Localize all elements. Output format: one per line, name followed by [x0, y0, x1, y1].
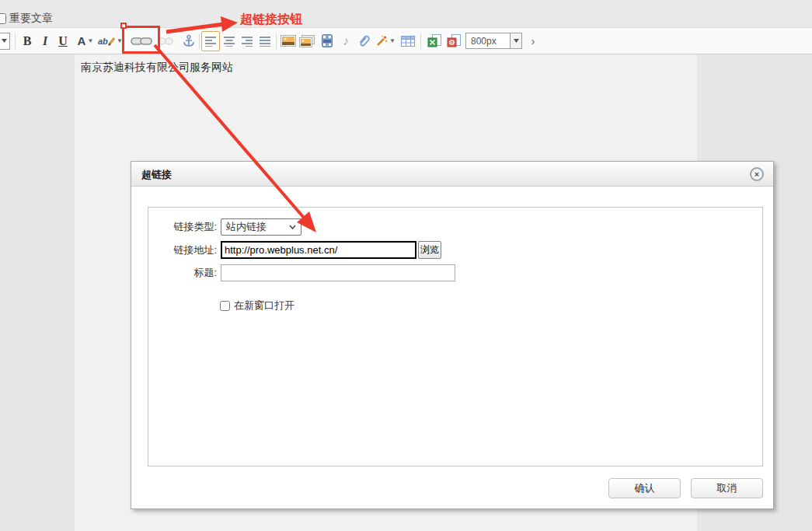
cancel-button[interactable]: 取消 — [691, 478, 763, 498]
align-left-icon — [205, 36, 217, 47]
align-right-button[interactable] — [239, 31, 256, 51]
close-icon: × — [754, 170, 759, 179]
italic-button[interactable]: I — [38, 31, 52, 51]
dialog-footer: 确认 取消 — [608, 478, 763, 498]
link-title-label: 标题: — [148, 266, 221, 280]
word-doc-icon — [447, 34, 462, 47]
unlink-icon — [158, 36, 173, 47]
link-title-input[interactable] — [221, 264, 455, 281]
new-window-checkbox[interactable] — [220, 301, 230, 311]
images-icon — [299, 35, 315, 47]
magic-wand-icon — [375, 35, 388, 47]
bold-glyph: B — [23, 34, 32, 48]
highlight-box — [122, 26, 160, 54]
effects-button[interactable]: ▼ — [374, 31, 397, 51]
more-tools-button[interactable]: › — [526, 31, 540, 51]
link-form-panel: 链接类型: 站内链接 链接地址: 浏览 标题: 在新窗口打开 — [148, 207, 763, 466]
bold-button[interactable]: B — [19, 31, 35, 51]
annotation-hyperlink-button: 超链接按钮 — [240, 12, 302, 28]
toolbar-separator — [420, 33, 421, 49]
browse-button[interactable]: 浏览 — [418, 241, 441, 259]
spellcheck-button[interactable]: ab ▼ — [98, 31, 123, 51]
link-type-value: 站内链接 — [226, 220, 267, 234]
align-justify-icon — [260, 36, 271, 47]
table-icon — [401, 36, 415, 47]
more-glyph: › — [531, 34, 535, 47]
dialog-title: 超链接 — [141, 168, 172, 182]
align-left-button[interactable] — [201, 31, 220, 51]
font-color-button[interactable]: A ▼ — [75, 31, 96, 51]
editor-content-text: 南京苏迪科技有限公司服务网站 — [81, 61, 233, 75]
insert-audio-button[interactable]: ♪ — [338, 31, 354, 51]
chevron-down-icon — [2, 39, 7, 43]
excel-icon — [427, 34, 442, 47]
confirm-button[interactable]: 确认 — [608, 478, 681, 498]
toolbar-separator — [276, 33, 277, 49]
film-icon — [322, 34, 333, 47]
chevron-down-icon: ▼ — [87, 37, 93, 44]
pencil-icon — [108, 37, 115, 46]
align-center-icon — [224, 36, 235, 47]
insert-table-button[interactable] — [399, 31, 416, 51]
dialog-header[interactable]: 超链接 × — [131, 162, 773, 187]
chevron-down-icon — [514, 39, 519, 43]
chevron-down-icon — [289, 225, 296, 229]
font-combo-cutoff[interactable] — [0, 33, 10, 50]
align-center-button[interactable] — [221, 31, 238, 51]
editor-page: 重要文章 B I U A ▼ ab ▼ — [0, 0, 812, 531]
important-article-label: 重要文章 — [9, 12, 53, 26]
hyperlink-dialog: 超链接 × 链接类型: 站内链接 链接地址: 浏览 标题: — [131, 161, 774, 509]
insert-video-button[interactable] — [319, 31, 336, 51]
toolbar-separator — [199, 33, 200, 49]
toolbar-separator — [15, 33, 16, 49]
important-article-checkbox[interactable] — [0, 13, 6, 24]
link-title-row: 标题: — [148, 264, 455, 281]
anchor-icon — [183, 34, 195, 48]
image-width-dropdown-button[interactable] — [511, 33, 522, 49]
highlight-box-handle — [120, 23, 127, 29]
link-url-row: 链接地址: 浏览 — [148, 241, 441, 259]
anchor-button[interactable] — [180, 31, 197, 51]
insert-image-button[interactable] — [280, 31, 297, 51]
attachment-button[interactable] — [356, 31, 371, 51]
new-window-label: 在新窗口打开 — [234, 299, 294, 313]
link-type-row: 链接类型: 站内链接 — [148, 218, 301, 236]
import-word-button[interactable] — [445, 31, 462, 51]
link-type-select[interactable]: 站内链接 — [221, 218, 301, 236]
import-excel-button[interactable] — [426, 31, 443, 51]
new-window-row: 在新窗口打开 — [220, 299, 294, 313]
spellcheck-glyph: ab — [98, 37, 108, 46]
link-url-input[interactable] — [221, 241, 416, 259]
link-url-label: 链接地址: — [148, 243, 221, 257]
close-button[interactable]: × — [750, 167, 764, 181]
image-width-input[interactable]: 800px — [465, 33, 511, 49]
font-color-glyph: A — [78, 34, 86, 47]
chevron-down-icon: ▼ — [389, 37, 396, 44]
italic-glyph: I — [43, 34, 47, 48]
image-icon — [281, 35, 296, 47]
align-right-icon — [242, 36, 253, 47]
insert-multi-image-button[interactable] — [298, 31, 315, 51]
underline-button[interactable]: U — [55, 31, 71, 51]
align-justify-button[interactable] — [257, 31, 274, 51]
link-type-label: 链接类型: — [148, 220, 221, 234]
paperclip-icon — [357, 34, 371, 47]
underline-glyph: U — [58, 34, 68, 48]
music-note-icon: ♪ — [343, 34, 349, 48]
